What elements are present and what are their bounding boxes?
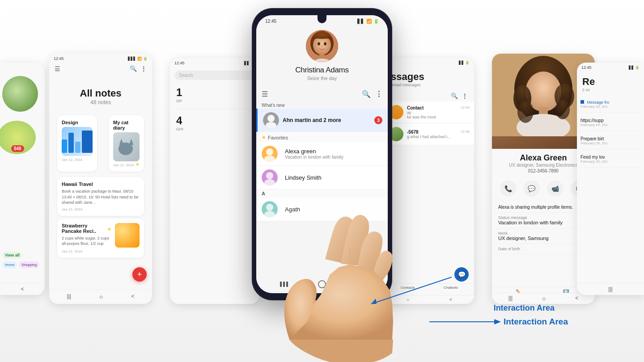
screen-contacts-bg: 12:45 ▋▋ 🔋 Search 1 OP 4 GHI [170,58,259,304]
lindsey-info: Lindsey Smith [285,174,382,181]
svg-point-12 [318,42,320,46]
svg-point-13 [324,42,326,46]
msg-item-1: Contact 12:40 ay ke was the most [385,101,474,123]
contact-name: Christina Adams [295,66,348,75]
nav-home[interactable] [317,279,327,289]
menu-icon[interactable]: ☰ [262,90,268,98]
contact-subtitle: Seize the day [307,76,337,81]
fr-item-4: Feed my lov February 25, 201 [580,155,640,168]
agath-info: Agath [285,206,382,213]
fr-item-1: ● Message fro February 25, 201 [580,100,640,113]
video-action[interactable]: 📹 [547,181,563,197]
app-toolbar: ☰ 🔍 ⋮ [256,87,388,101]
screen-notes: 12:45 ▋▋▋ 📶 🔋 ☰ 🔍 ⋮ All notes 48 notes D… [49,54,152,304]
svg-point-8 [555,100,570,119]
svg-point-17 [267,115,275,122]
alexa-avatar [262,146,278,162]
more-icon[interactable]: ⋮ [375,90,382,98]
agath-avatar [262,201,278,217]
note-card-design: Design Jan 12, 2018 [57,115,97,172]
fr-item-3: Prepare birt February 26, 201 [580,136,640,149]
main-phone: 12:45 ▋▋ 📶 🔋 [253,9,391,299]
svg-point-23 [266,172,273,179]
highlighted-message-text: Ahn martin and 2 more [283,117,372,123]
svg-rect-29 [283,282,285,287]
screen-far-left: $48 View all Home Shopping Contacts Plac… [0,63,45,295]
contact-lindsey-smith[interactable]: Lindsey Smith [256,166,388,189]
interaction-area-text: Interaction Area [504,317,568,327]
svg-marker-32 [371,299,377,304]
notes-count: 48 notes [49,99,152,105]
svg-rect-30 [286,282,288,287]
contact-alexa-green[interactable]: Alexa green Vacation in london with fami… [256,142,388,166]
highlighted-avatar [263,112,279,128]
contact-avatar [306,30,338,62]
interaction-area-wrapper: Interaction Area [429,313,568,331]
interaction-area-label: Interaction Area [494,303,555,313]
price-tag: $48 [11,145,24,152]
svg-rect-31 [318,281,326,288]
notes-fab[interactable]: + [132,267,147,282]
nav-recents[interactable] [355,279,365,289]
contact-header: Christina Adams Seize the day [256,25,388,87]
note-card-hawaii: Hawaii Travel Book a vacation package to… [57,177,144,216]
alexa-info: Alexa green Vacation in london with fami… [285,148,382,160]
phone-screen: 12:45 ▋▋ 📶 🔋 [256,15,388,293]
message-action[interactable]: 💬 [524,181,540,197]
screen-far-right: 12:45 ▋▋ 🔋 Re 2 ov ● Message fro Februar… [577,63,644,295]
svg-point-20 [266,148,273,156]
interaction-line-svg [429,313,501,331]
messages-subtitle: hread messages [391,83,468,87]
battery-icon: 🔋 [373,19,379,24]
fr-item-2: https://supp February 25, 201 [580,118,640,131]
notes-status-time: 12:45 [54,56,64,61]
note-card-cat: My cat diary Jan 12, 2018 ★ [109,115,144,172]
highlighted-message[interactable]: Ahn martin and 2 more 3 [256,109,388,132]
svg-point-7 [517,101,534,123]
notes-title: All notes [49,88,152,99]
whats-new-label: What's new [256,101,388,109]
favorites-label: ★ Favorites [256,132,388,142]
message-badge: 3 [374,116,382,124]
phone-time: 12:45 [265,19,276,24]
wifi-icon: ▋▋ [357,19,364,24]
lindsey-avatar [262,169,278,185]
svg-marker-34 [494,319,501,324]
screen-messages-bg: ▋▋ 🔋 ssages hread messages 🔍 ⋮ Contact 1… [385,58,474,304]
search-icon[interactable]: 🔍 [362,90,371,98]
svg-point-26 [266,204,273,211]
far-right-content: ● Message fro February 25, 201 https://s… [577,96,644,177]
interaction-arrow [367,273,456,308]
svg-rect-28 [280,282,282,287]
section-letter-a: A [256,189,388,198]
fab-button[interactable]: + [364,254,381,272]
messages-title: ssages [391,71,468,83]
chat-fab[interactable]: 💬 [454,267,469,282]
interaction-area-container: Interaction Area [494,303,555,313]
msg-item-2: -5678 12:38 g what I had attached i... [385,123,474,145]
note-card-pancake: Strawberry Pancake Reci.. ★ 2 cups white… [57,219,144,258]
call-action[interactable]: 📞 [500,181,516,197]
signal-icon: 📶 [366,19,372,24]
contact-agath[interactable]: Agath [256,198,388,221]
nav-back[interactable] [279,279,289,289]
favorites-section: ★ Favorites Alexa green Vacation in lond… [256,132,388,189]
